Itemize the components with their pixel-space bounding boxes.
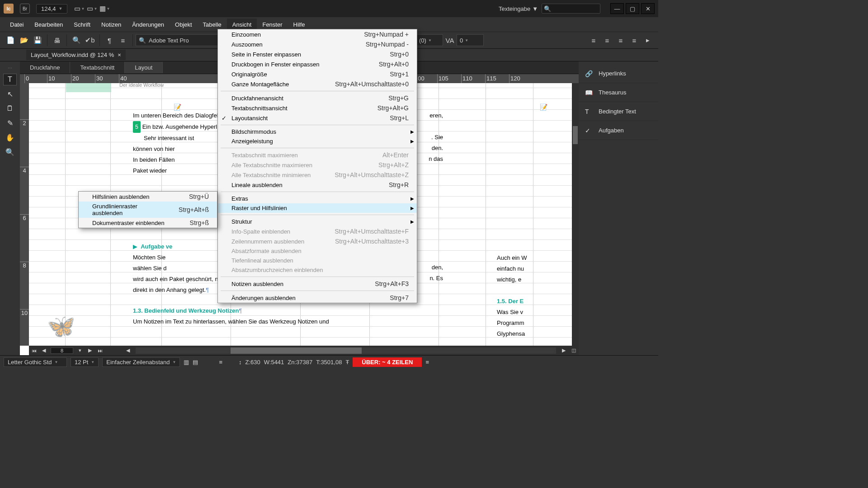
view-tab-layout[interactable]: Layout	[125, 62, 163, 73]
panel-conditional-text[interactable]: TBedingter Text	[579, 102, 658, 121]
kerning-input[interactable]: (0)▼	[416, 34, 443, 46]
page-navigator: ⏮ ◀ 8 ▾ ▶ ⏭ ◀ ▶ ◫	[29, 346, 579, 355]
menu-objekt[interactable]: Objekt	[170, 19, 198, 31]
panel-assignments[interactable]: ✓Aufgaben	[579, 121, 658, 140]
last-page-button[interactable]: ⏭	[95, 348, 105, 353]
minimize-button[interactable]: —	[610, 3, 624, 14]
more-icon[interactable]: ▸	[641, 34, 655, 47]
tracking-input[interactable]: 0▼	[457, 34, 484, 46]
screen-mode-icon[interactable]: ▭▼	[86, 3, 97, 14]
status-bar: Letter Gothic Std▼ 12 Pt▼ Einfacher Zeil…	[0, 355, 658, 369]
note-tool[interactable]: 🗒	[3, 103, 17, 114]
panel-thesaurus[interactable]: 📖Thesaurus	[579, 83, 658, 102]
watermark-icon: 🦋	[47, 313, 75, 339]
print-icon[interactable]: 🖶	[50, 34, 64, 47]
search-input[interactable]: 🔍	[542, 4, 600, 14]
new-icon[interactable]: 📄	[4, 34, 17, 47]
first-page-button[interactable]: ⏮	[29, 348, 39, 353]
panel-menu-icon[interactable]: ≡	[116, 34, 130, 47]
menu-item[interactable]: AuszoomenStrg+Numpad -	[218, 39, 417, 49]
menu-item: Info-Spalte einblendenStrg+Alt+Umschaltt…	[218, 226, 417, 236]
spellcheck-icon[interactable]: ✔b	[83, 34, 97, 47]
menu-item[interactable]: Hilfslinien ausblendenStrg+Ü	[79, 192, 217, 202]
menu-item[interactable]: Raster und Hilfslinien▶	[218, 203, 417, 213]
menu-item[interactable]: Notizen ausblendenStrg+Alt+F3	[218, 279, 417, 289]
page-menu-button[interactable]: ▾	[75, 347, 85, 353]
page-input[interactable]: 8	[51, 347, 73, 354]
pilcrow-icon[interactable]: ¶	[103, 34, 116, 47]
info-icon[interactable]: ≡	[219, 359, 222, 366]
view-tab-galley[interactable]: Druckfahne	[20, 62, 70, 73]
menu-item[interactable]: Seite in Fenster einpassenStrg+0	[218, 49, 417, 59]
document-tab[interactable]: Layout_Workflow.indd @ 124 %×	[26, 50, 126, 60]
menu-aenderungen[interactable]: Änderungen	[127, 19, 170, 31]
menu-item[interactable]: Änderungen ausblendenStrg+7	[218, 293, 417, 303]
zoom-select[interactable]: 124,4▼	[36, 4, 67, 14]
scroll-left-button[interactable]: ◀	[123, 347, 133, 353]
menu-item: Absatzformate ausblenden	[218, 246, 417, 256]
columns-icon[interactable]: ▥	[184, 359, 189, 366]
menu-item[interactable]: EinzoomenStrg+Numpad +	[218, 29, 417, 39]
panel-hyperlinks[interactable]: 🔗Hyperlinks	[579, 64, 658, 83]
menu-item[interactable]: DruckfahnenansichtStrg+G	[218, 93, 417, 103]
menu-item[interactable]: Extras▶	[218, 194, 417, 203]
status-font-select[interactable]: Letter Gothic Std▼	[4, 357, 67, 367]
menu-item[interactable]: Lineale ausblendenStrg+R	[218, 180, 417, 190]
menu-item[interactable]: TextabschnittsansichtStrg+Alt+G	[218, 103, 417, 113]
arrange-icon[interactable]: ▦▼	[99, 3, 110, 14]
menu-notizen[interactable]: Notizen	[96, 19, 127, 31]
view-options-icon[interactable]: ▭▼	[74, 3, 85, 14]
menu-item[interactable]: Druckbogen in Fenster einpassenStrg+Alt+…	[218, 59, 417, 69]
hand-tool[interactable]: ✋	[3, 131, 17, 143]
zoom-tool[interactable]: 🔍	[3, 146, 17, 158]
menu-item: Absatzumbruchzeichen einblenden	[218, 265, 417, 275]
note-anchor-icon[interactable]: 📝	[540, 103, 549, 113]
workspace-select[interactable]: Texteingabe▼	[499, 5, 538, 12]
menu-schrift[interactable]: Schrift	[68, 19, 96, 31]
app-icon: Ic	[4, 4, 14, 14]
close-tab-icon[interactable]: ×	[118, 52, 121, 58]
baseline-icon[interactable]: ▤	[193, 359, 198, 366]
menu-item[interactable]: Ganze MontageflächeStrg+Alt+Umschalttast…	[218, 79, 417, 89]
status-size-select[interactable]: 12 Pt▼	[71, 357, 99, 367]
overset-warning[interactable]: ÜBER: ~ 4 ZEILEN	[353, 357, 422, 367]
menu-item[interactable]: Grundlinienraster ausblendenStrg+Alt+ß	[79, 202, 217, 218]
menu-item[interactable]: Dokumentraster einblendenStrg+ß	[79, 218, 217, 228]
status-leading-select[interactable]: Einfacher Zeilenabstand▼	[102, 357, 180, 367]
search-icon: 🔍	[544, 5, 551, 12]
next-page-button[interactable]: ▶	[85, 347, 95, 353]
close-button[interactable]: ✕	[641, 3, 655, 14]
type-tool[interactable]: T	[3, 74, 17, 85]
menu-item[interactable]: Anzeigeleistung▶	[218, 136, 417, 146]
align-left-icon[interactable]: ≡	[587, 34, 600, 47]
menu-item[interactable]: Bildschirmmodus▶	[218, 127, 417, 136]
text-frame-right-slice: eren, . Sie den. n das den, n. Es	[416, 110, 443, 284]
save-icon[interactable]: 💾	[31, 34, 44, 47]
book-icon: 📖	[585, 89, 593, 96]
prev-page-button[interactable]: ◀	[39, 347, 49, 353]
menu-datei[interactable]: Datei	[5, 19, 29, 31]
open-icon[interactable]: 📂	[17, 34, 31, 47]
menu-item[interactable]: OriginalgrößeStrg+1	[218, 69, 417, 79]
vertical-scrollbar[interactable]	[572, 83, 579, 346]
align-right-icon[interactable]: ≡	[614, 34, 627, 47]
link-icon: 🔗	[585, 70, 593, 77]
text-frame-side[interactable]: Auch ein W einfach nu wichtig, e 1.5. De…	[497, 253, 579, 339]
position-tool[interactable]: ↖	[3, 88, 17, 100]
horizontal-scrollbar[interactable]	[136, 347, 556, 354]
align-center-icon[interactable]: ≡	[600, 34, 614, 47]
view-tab-story[interactable]: Textabschnitt	[70, 62, 125, 73]
bridge-icon[interactable]: Br	[20, 4, 30, 14]
justify-icon[interactable]: ≡	[627, 34, 641, 47]
text-stats-icon[interactable]: Ŧ	[345, 359, 349, 366]
find-icon[interactable]: 🔍	[70, 34, 83, 47]
panel-menu-icon[interactable]: ≡	[425, 359, 429, 366]
maximize-button[interactable]: ▢	[626, 3, 639, 14]
eyedropper-tool[interactable]: ✎	[3, 117, 17, 129]
split-view-button[interactable]: ◫	[569, 347, 579, 353]
scroll-right-button[interactable]: ▶	[559, 347, 569, 353]
menu-item[interactable]: Struktur▶	[218, 217, 417, 226]
menu-bearbeiten[interactable]: Bearbeiten	[29, 19, 68, 31]
menu-item[interactable]: ✓LayoutansichtStrg+L	[218, 113, 417, 123]
grip-icon[interactable]	[8, 64, 12, 71]
